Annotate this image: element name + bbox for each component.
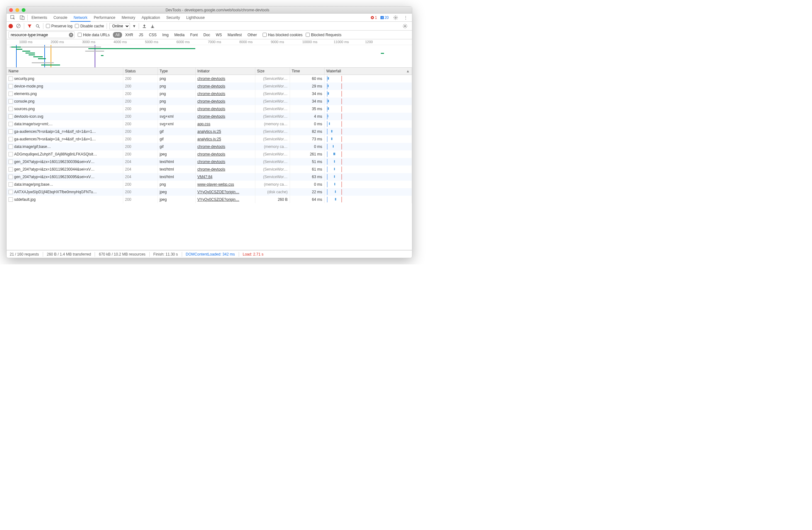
cell-status: 200 (123, 113, 158, 120)
has-blocked-cookies-checkbox[interactable]: Has blocked cookies (263, 33, 303, 37)
device-toggle-icon[interactable] (18, 14, 27, 22)
initiator-link[interactable]: app.css (198, 122, 211, 126)
cell-waterfall (324, 82, 412, 90)
table-row[interactable]: gen_204?atyp=i&zx=1601196230044&sei=xV…2… (6, 166, 412, 173)
column-waterfall[interactable]: Waterfall▲ (324, 68, 412, 75)
column-type[interactable]: Type (158, 68, 195, 75)
issues-count[interactable]: 20 (379, 15, 390, 20)
filter-type-js[interactable]: JS (136, 32, 146, 38)
preserve-log-checkbox[interactable]: Preserve log (46, 24, 72, 28)
timeline-overview[interactable]: 1000 ms2000 ms3000 ms4000 ms5000 ms6000 … (6, 39, 412, 68)
table-row[interactable]: AATXAJywSIpD1jf4EbqHXTfbe0mnyHqGFNTu…200… (6, 188, 412, 196)
filter-icon[interactable] (27, 23, 32, 29)
table-row[interactable]: ga-audiences?t=sr&aip=1&_r=4&slf_rd=1&v=… (6, 128, 412, 135)
clear-button[interactable] (15, 23, 21, 29)
clear-filter-icon[interactable]: ✕ (69, 33, 73, 37)
filter-input[interactable] (9, 31, 74, 38)
table-row[interactable]: sources.png200pngchrome-devtools(Service… (6, 105, 412, 113)
tab-elements[interactable]: Elements (28, 14, 50, 21)
table-row[interactable]: gen_204?atyp=i&zx=1601196230095&sei=xV…2… (6, 173, 412, 181)
zoom-icon[interactable] (22, 8, 26, 12)
minimize-icon[interactable] (15, 8, 19, 12)
table-row[interactable]: ga-audiences?t=sr&aip=1&_r=4&slf_rd=1&v=… (6, 135, 412, 143)
tab-network[interactable]: Network (70, 14, 90, 22)
throttling-select[interactable]: Online (110, 23, 130, 29)
inspect-icon[interactable] (9, 14, 17, 22)
initiator-link[interactable]: www-player-webp.css (198, 182, 234, 187)
initiator-link[interactable]: chrome-devtools (198, 159, 226, 164)
initiator-link[interactable]: chrome-devtools (198, 76, 226, 81)
settings-icon[interactable] (391, 15, 401, 20)
column-initiator[interactable]: Initiator (195, 68, 255, 75)
table-row[interactable]: elements.png200pngchrome-devtools(Servic… (6, 90, 412, 98)
initiator-link[interactable]: chrome-devtools (198, 107, 226, 111)
initiator-link[interactable]: chrome-devtools (198, 167, 226, 171)
filter-type-ws[interactable]: WS (213, 32, 224, 38)
table-row[interactable]: ADGmqu8qexLZuhphT_0Aj88Ng8riLFKASQlslt…2… (6, 151, 412, 158)
traffic-lights (9, 8, 26, 12)
hide-data-urls-checkbox[interactable]: Hide data URLs (78, 33, 110, 37)
throttle-dropdown-icon[interactable]: ▼ (132, 24, 136, 28)
initiator-link[interactable]: chrome-devtools (198, 92, 226, 96)
table-row[interactable]: gen_204?atyp=i&zx=1601196230039&sei=xV…2… (6, 158, 412, 166)
filter-type-css[interactable]: CSS (146, 32, 159, 38)
filter-type-media[interactable]: Media (172, 32, 187, 38)
table-row[interactable]: data:image/gif;base…200gifchrome-devtool… (6, 143, 412, 151)
tab-lighthouse[interactable]: Lighthouse (183, 14, 208, 21)
tab-application[interactable]: Application (139, 14, 163, 21)
initiator-link[interactable]: chrome-devtools (198, 99, 226, 103)
initiator-link[interactable]: VYyQv0CSZOE?origin… (198, 190, 239, 194)
initiator-link[interactable]: VM47:84 (198, 175, 213, 179)
initiator-link[interactable]: chrome-devtools (198, 144, 226, 149)
table-row[interactable]: data:image/svg+xml;…200svg+xmlapp.css(me… (6, 120, 412, 128)
filter-type-manifest[interactable]: Manifest (225, 32, 244, 38)
column-name[interactable]: Name (6, 68, 123, 75)
initiator-link[interactable]: analytics.js:25 (198, 137, 221, 141)
column-size[interactable]: Size (255, 68, 290, 75)
record-button[interactable] (9, 24, 13, 28)
initiator-link[interactable]: VYyQv0CSZOE?origin… (198, 197, 239, 202)
cell-name: gen_204?atyp=i&zx=1601196230039&sei=xV… (6, 158, 123, 166)
cell-initiator: VYyQv0CSZOE?origin… (195, 196, 255, 203)
filter-type-other[interactable]: Other (245, 32, 259, 38)
tab-performance[interactable]: Performance (90, 14, 119, 21)
tab-memory[interactable]: Memory (119, 14, 139, 21)
cell-time: 34 ms (290, 90, 324, 98)
column-time[interactable]: Time (290, 68, 324, 75)
cell-type: text/html (158, 173, 195, 181)
file-icon (9, 84, 13, 88)
cell-type: jpeg (158, 188, 195, 196)
filter-type-xhr[interactable]: XHR (122, 32, 135, 38)
table-row[interactable]: console.png200pngchrome-devtools(Service… (6, 98, 412, 105)
network-settings-icon[interactable] (400, 24, 410, 29)
initiator-link[interactable]: chrome-devtools (198, 152, 226, 156)
column-status[interactable]: Status (123, 68, 158, 75)
disable-cache-checkbox[interactable]: Disable cache (75, 24, 104, 28)
requests-table[interactable]: NameStatusTypeInitiatorSizeTimeWaterfall… (6, 68, 412, 250)
filter-type-img[interactable]: Img (160, 32, 171, 38)
transferred-summary: 260 B / 1.4 MB transferred (47, 252, 91, 256)
filter-type-doc[interactable]: Doc (201, 32, 213, 38)
initiator-link[interactable]: chrome-devtools (198, 84, 226, 88)
cell-initiator: www-player-webp.css (195, 181, 255, 188)
error-count[interactable]: 1 (369, 15, 378, 20)
table-row[interactable]: sddefault.jpg200jpegVYyQv0CSZOE?origin…2… (6, 196, 412, 203)
table-row[interactable]: security.png200pngchrome-devtools(Servic… (6, 75, 412, 83)
initiator-link[interactable]: analytics.js:25 (198, 129, 221, 134)
tab-console[interactable]: Console (50, 14, 70, 21)
table-row[interactable]: data:image/png;base…200pngwww-player-web… (6, 181, 412, 188)
filter-type-all[interactable]: All (113, 32, 122, 38)
import-har-icon[interactable] (142, 23, 147, 29)
more-icon[interactable]: ⋮ (401, 15, 410, 20)
tab-security[interactable]: Security (163, 14, 183, 21)
dom-content-loaded: DOMContentLoaded: 342 ms (186, 252, 235, 256)
cell-initiator: chrome-devtools (195, 158, 255, 166)
table-row[interactable]: device-mode.png200pngchrome-devtools(Ser… (6, 82, 412, 90)
close-icon[interactable] (9, 8, 13, 12)
search-icon[interactable] (35, 23, 41, 29)
filter-type-font[interactable]: Font (188, 32, 200, 38)
table-row[interactable]: devtools-icon.svg200svg+xmlchrome-devtoo… (6, 113, 412, 120)
blocked-requests-checkbox[interactable]: Blocked Requests (306, 33, 342, 37)
export-har-icon[interactable] (150, 23, 155, 29)
initiator-link[interactable]: chrome-devtools (198, 114, 226, 118)
